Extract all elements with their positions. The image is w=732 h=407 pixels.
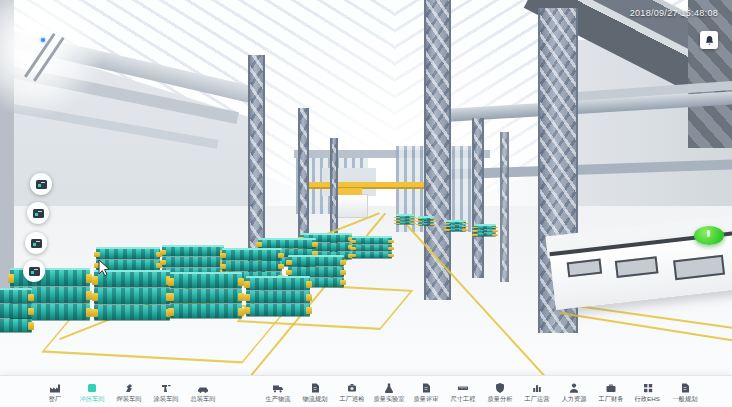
tab-doc-11[interactable]: 一般规划: [666, 380, 703, 404]
doc-icon: [420, 382, 432, 394]
die-layer: [446, 225, 466, 227]
die-layer: [94, 305, 170, 320]
die-layer: [446, 220, 466, 224]
die-stack: [246, 276, 310, 316]
tab-label: 一般规划: [672, 396, 697, 402]
die-layer: [170, 304, 242, 318]
person-icon: [568, 382, 580, 394]
shield-icon: [494, 382, 506, 394]
die-layer: [352, 245, 392, 251]
tab-person-8[interactable]: 人力资源: [555, 380, 592, 404]
tab-grid-10[interactable]: 行政EHS: [629, 380, 666, 404]
tab-doc-1[interactable]: 物流规划: [296, 380, 333, 404]
tab-factory-0[interactable]: 整厂: [36, 380, 73, 404]
yellow-crane-beam: [301, 182, 429, 189]
die-stack: [418, 216, 434, 225]
die-layer: [446, 229, 466, 231]
die-stack: [446, 220, 466, 231]
tab-shield-6[interactable]: 质量分析: [481, 380, 518, 404]
chart-icon: [531, 382, 543, 394]
ruler-icon: [457, 382, 469, 394]
tab-label: 整厂: [48, 396, 60, 402]
tab-label: 工厂财务: [598, 396, 623, 402]
dashboard-icon: [33, 209, 44, 218]
car-icon: [197, 382, 209, 394]
tab-doc-4[interactable]: 质量评审: [407, 380, 444, 404]
scene-panel-button-2[interactable]: [27, 202, 49, 224]
die-layer: [246, 276, 310, 290]
tab-label: 物流规划: [302, 396, 327, 402]
tab-label: 焊装车间: [116, 396, 141, 402]
press-icon: [86, 382, 98, 394]
die-layer: [396, 222, 414, 224]
case-icon: [605, 382, 617, 394]
function-tabs: 生产物流物流规划工厂巡检质量实验室质量评审尺寸工程质量分析工厂运营人力资源工厂财…: [259, 376, 703, 407]
factory-icon: [49, 382, 61, 394]
die-stack: [396, 214, 414, 224]
notification-bell-button[interactable]: [700, 31, 718, 49]
die-layer: [246, 291, 310, 303]
tab-label: 冲压车间: [79, 396, 104, 402]
die-layer: [418, 223, 434, 225]
die-layer: [396, 219, 414, 221]
tab-label: 尺寸工程: [450, 396, 475, 402]
paint-icon: [160, 382, 172, 394]
dashboard-icon: [29, 267, 40, 276]
truck-icon: [272, 382, 284, 394]
tab-label: 质量实验室: [373, 396, 404, 402]
die-layer: [352, 252, 392, 258]
die-layer: [170, 272, 242, 288]
blue-light-dot: [41, 38, 45, 42]
mouse-cursor: [98, 259, 112, 277]
tab-camera-2[interactable]: 工厂巡检: [333, 380, 370, 404]
die-layer: [94, 288, 170, 303]
tab-case-9[interactable]: 工厂财务: [592, 380, 629, 404]
die-stack: [170, 272, 242, 318]
doc-icon: [679, 382, 691, 394]
app-window: 2018/09/27 15:48:08 整厂冲压车间焊装车间涂装车间总装车间 生…: [0, 0, 732, 407]
tab-paint-3[interactable]: 涂装车间: [147, 380, 184, 404]
scene-timestamp: 2018/09/27 15:48:08: [630, 8, 718, 18]
die-layer: [0, 288, 32, 303]
die-layer: [170, 289, 242, 303]
tab-ruler-5[interactable]: 尺寸工程: [444, 380, 481, 404]
dashboard-icon: [36, 180, 47, 189]
scene-panel-button-4[interactable]: [23, 260, 45, 282]
die-layer: [222, 261, 282, 271]
steel-lattice-column: [500, 132, 509, 282]
scene-panel-button-1[interactable]: [30, 173, 52, 195]
steel-lattice-column: [472, 118, 484, 278]
die-layer: [258, 238, 316, 248]
corner-cross-brace: [688, 0, 732, 148]
steel-lattice-column: [424, 0, 451, 300]
tab-weld-2[interactable]: 焊装车间: [110, 380, 147, 404]
tab-label: 人力资源: [561, 396, 586, 402]
die-layer: [474, 233, 496, 236]
die-stack: [352, 236, 392, 258]
die-layer: [162, 257, 224, 266]
die-layer: [418, 221, 434, 223]
enclosure-window: [567, 259, 602, 278]
tab-label: 工厂运营: [524, 396, 549, 402]
dashboard-icon: [31, 239, 42, 248]
die-layer: [0, 319, 32, 332]
tab-label: 质量评审: [413, 396, 438, 402]
die-layer: [96, 247, 160, 259]
tab-truck-0[interactable]: 生产物流: [259, 380, 296, 404]
tab-label: 质量分析: [487, 396, 512, 402]
die-layer: [246, 304, 310, 316]
tab-car-4[interactable]: 总装车间: [184, 380, 221, 404]
enclosure-window: [673, 255, 725, 281]
tab-press-1[interactable]: 冲压车间: [73, 380, 110, 404]
tab-label: 涂装车间: [153, 396, 178, 402]
green-status-pin[interactable]: [694, 226, 724, 245]
factory-3d-scene[interactable]: [0, 0, 732, 375]
tab-chart-7[interactable]: 工厂运营: [518, 380, 555, 404]
light-glow: [0, 0, 120, 125]
die-layer: [396, 214, 414, 218]
grid-icon: [642, 382, 654, 394]
tab-lab-3[interactable]: 质量实验室: [370, 380, 407, 404]
die-layer: [162, 245, 224, 256]
scene-panel-button-3[interactable]: [25, 232, 47, 254]
tab-label: 行政EHS: [635, 396, 660, 402]
